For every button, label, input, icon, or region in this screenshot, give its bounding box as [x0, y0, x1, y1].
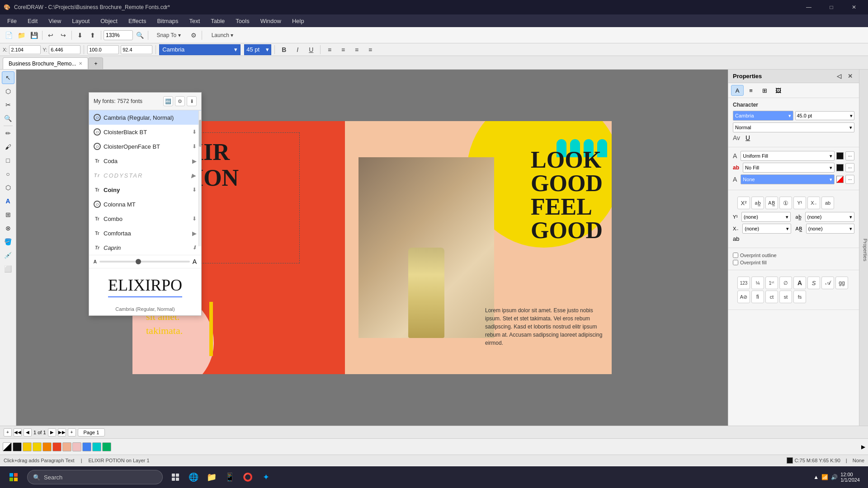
glyph-123[interactable]: 123	[737, 277, 750, 289]
tool-node[interactable]: ⬡	[2, 85, 14, 98]
font-item-colonna[interactable]: O Colonna MT	[89, 197, 201, 211]
glyph-gg[interactable]: gg	[835, 277, 848, 289]
size-thumb[interactable]	[136, 259, 141, 264]
page-add-after[interactable]: +	[68, 428, 76, 436]
glyph-A2[interactable]: A	[793, 277, 806, 289]
glyph-A3[interactable]: A⊘	[737, 291, 750, 303]
align-right[interactable]: ≡	[351, 44, 363, 56]
glyph-fancyA[interactable]: 𝒜	[821, 277, 834, 289]
menu-layout[interactable]: Layout	[66, 16, 95, 26]
glyph-fi[interactable]: fi	[751, 291, 764, 303]
x-input[interactable]	[9, 45, 41, 54]
start-button[interactable]	[5, 468, 23, 486]
tool-crop[interactable]: ✂	[2, 99, 14, 111]
menu-effects[interactable]: Effects	[123, 16, 152, 26]
redo-btn[interactable]: ↪	[57, 29, 69, 41]
zoom-input[interactable]	[104, 30, 133, 40]
fill-color-swatch[interactable]	[836, 152, 844, 160]
page-prev[interactable]: ◀	[24, 428, 32, 436]
tool-ellipse[interactable]: ○	[2, 168, 14, 180]
font-size-selector[interactable]: 45 pt ▾	[244, 44, 271, 55]
tool-rectangle[interactable]: □	[2, 154, 14, 167]
overprint-outline-cb[interactable]	[733, 253, 738, 258]
tool-eyedropper[interactable]: 💉	[2, 249, 14, 262]
panel-close-icon[interactable]: ✕	[845, 72, 854, 81]
font-item-comfortaa[interactable]: Tr Comfortaa ▶	[89, 226, 201, 240]
page-first[interactable]: ◀◀	[14, 428, 22, 436]
font-item-codystar[interactable]: Tr CODYSTAR ▶	[89, 168, 201, 183]
glyph-superscript-y[interactable]: Y¹	[793, 197, 806, 209]
color-peach[interactable]	[62, 442, 71, 451]
sound-icon[interactable]: 🔊	[831, 474, 838, 480]
color-blue[interactable]	[82, 442, 91, 451]
font-item-coiny[interactable]: Tr Coiny ⬇	[89, 183, 201, 197]
tool-fill[interactable]: 🪣	[2, 235, 14, 248]
font-item-cloisteropen[interactable]: O CloisterOpenFace BT ⬇	[89, 139, 201, 154]
taskbar-search[interactable]: 🔍 Search	[27, 470, 163, 484]
font-style-prop[interactable]: Normal ▾	[733, 122, 854, 132]
font-item-coda[interactable]: Tr Coda ▶	[89, 154, 201, 168]
glyph-S[interactable]: S	[807, 277, 820, 289]
glyph-frac[interactable]: ¼	[751, 277, 764, 289]
menu-table[interactable]: Table	[205, 16, 230, 26]
tool-parallel[interactable]: ⊗	[2, 222, 14, 235]
launch-btn[interactable]: Launch ▾	[204, 29, 241, 41]
page-1-tab[interactable]: Page 1	[78, 428, 105, 436]
undo-btn[interactable]: ↩	[45, 29, 57, 41]
h-input[interactable]	[121, 45, 152, 54]
tool-select[interactable]: ↖	[2, 71, 14, 84]
color-red[interactable]	[52, 442, 61, 451]
none-prop[interactable]: None ▾	[741, 174, 835, 184]
glyph-ab2[interactable]: ab	[821, 197, 834, 209]
italic-btn[interactable]: I	[292, 44, 303, 56]
page-last[interactable]: ▶▶	[58, 428, 66, 436]
no-fill-prop[interactable]: No Fill ▾	[743, 163, 835, 173]
align-center[interactable]: ≡	[337, 44, 349, 56]
page-add-btn[interactable]: +	[4, 428, 12, 436]
snap-to-btn[interactable]: Snap To ▾	[151, 29, 187, 41]
font-selector[interactable]: Cambria ▾	[159, 44, 241, 55]
app-icon-red[interactable]: ⭕	[240, 469, 256, 485]
scroll-right[interactable]: ▶	[861, 444, 865, 450]
zoom-in[interactable]: 🔍	[134, 29, 146, 41]
align-justify[interactable]: ≡	[364, 44, 376, 56]
menu-view[interactable]: View	[43, 16, 66, 26]
font-size-prop[interactable]: 45.0 pt ▾	[795, 111, 855, 120]
menu-edit[interactable]: Edit	[22, 16, 43, 26]
w-input[interactable]	[87, 45, 119, 54]
page-next[interactable]: ▶	[48, 428, 56, 436]
tab-para[interactable]: ≡	[745, 85, 757, 96]
tab-frame[interactable]: ⊞	[758, 85, 771, 96]
tool-artisticmedia[interactable]: 🖌	[2, 141, 14, 153]
glyph-superscript[interactable]: X²	[737, 197, 750, 209]
font-download-btn[interactable]: ⬇	[187, 96, 197, 106]
menu-object[interactable]: Object	[95, 16, 123, 26]
scrollbar-thumb[interactable]	[199, 120, 202, 147]
open-btn[interactable]: 📁	[15, 29, 27, 41]
none-dd-4[interactable]: (none)▾	[806, 224, 854, 234]
no-color-swatch[interactable]	[3, 442, 12, 451]
scrollbar[interactable]	[198, 111, 201, 246]
uniform-fill-prop[interactable]: Uniform Fill ▾	[741, 151, 835, 161]
font-filter-btn[interactable]: 🔤	[163, 96, 173, 106]
overprint-fill-cb[interactable]	[733, 260, 738, 265]
side-tab[interactable]: Properties	[859, 70, 868, 426]
glyph-ct[interactable]: ct	[765, 291, 778, 303]
underline-btn[interactable]: U	[305, 44, 317, 56]
explorer-icon[interactable]: 📁	[203, 469, 220, 485]
font-item-caprin[interactable]: Tr Caprin ⬇	[89, 240, 201, 255]
color-pink[interactable]	[72, 442, 81, 451]
edge-icon[interactable]: 🌐	[185, 469, 202, 485]
align-left[interactable]: ≡	[324, 44, 335, 56]
font-item-combo[interactable]: Tr Combo ⬇	[89, 211, 201, 226]
glyph-circle1[interactable]: ①	[779, 197, 792, 209]
no-fill-options-btn[interactable]: ···	[845, 163, 854, 172]
glyph-circ[interactable]: ∅	[779, 277, 792, 289]
menu-window[interactable]: Window	[255, 16, 287, 26]
tab-close-icon[interactable]: ✕	[79, 61, 82, 66]
panel-expand-icon[interactable]: ◁	[835, 72, 844, 81]
color-orange[interactable]	[42, 442, 52, 451]
none-dd-1[interactable]: (none)▾	[741, 212, 791, 222]
color-black[interactable]	[13, 442, 22, 451]
none-swatch[interactable]	[836, 176, 844, 183]
